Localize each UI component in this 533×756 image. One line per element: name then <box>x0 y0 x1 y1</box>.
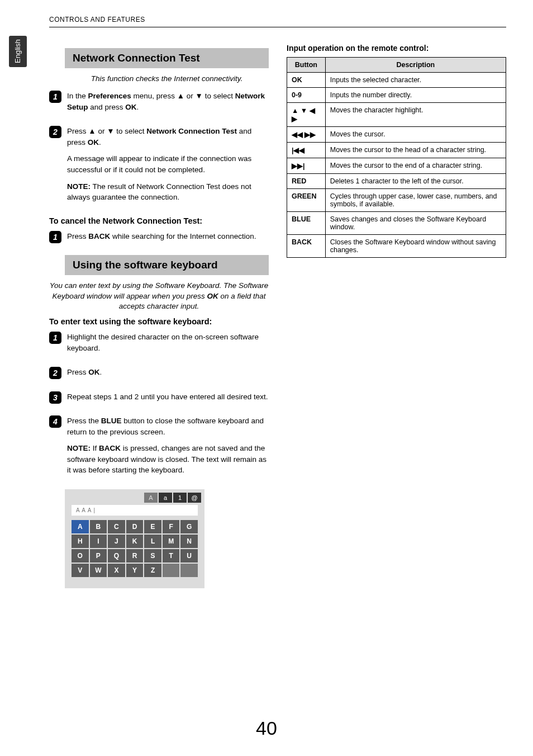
kb-key: A <box>72 520 89 533</box>
kb-key: X <box>108 564 125 577</box>
description-cell: Closes the Software Keyboard window with… <box>325 235 506 258</box>
kb-key <box>180 564 198 577</box>
down-arrow-icon: ▼ <box>107 127 114 135</box>
kb-mode-upper: A <box>144 493 158 503</box>
kb-key-grid: ABCDEFGHIJKLMNOPQRSTUVWXYZ <box>72 520 198 577</box>
table-row: BLUESaves changes and closes the Softwar… <box>287 212 506 235</box>
keyboard-intro: You can enter text by using the Software… <box>49 281 269 311</box>
kb-key: I <box>90 535 107 548</box>
kb-key: K <box>126 535 144 548</box>
step-body: Repeat steps 1 and 2 until you have ente… <box>67 391 269 408</box>
button-cell: GREEN <box>287 189 326 212</box>
cancel-step-1: 1 Press BACK while searching for the Int… <box>49 231 269 248</box>
network-step-1: 1 In the Preferences menu, press ▲ or ▼ … <box>49 91 269 118</box>
description-cell: Moves the cursor to the end of a charact… <box>325 158 506 174</box>
kb-key: J <box>108 535 125 548</box>
step-number-icon: 1 <box>49 231 61 243</box>
button-cell: ▲ ▼ ◀ ▶ <box>287 103 326 127</box>
step-number-icon: 4 <box>49 415 61 428</box>
kb-key: F <box>163 520 180 533</box>
kb-mode-num: 1 <box>173 493 187 503</box>
button-cell: BLUE <box>287 212 326 235</box>
button-cell: 0-9 <box>287 88 326 103</box>
kb-key <box>163 564 180 577</box>
description-cell: Inputs the number directly. <box>325 88 506 103</box>
kb-key: M <box>163 535 180 548</box>
kb-key: U <box>180 549 198 563</box>
description-cell: Saves changes and closes the Software Ke… <box>325 212 506 235</box>
step-body: Press OK. <box>67 367 269 384</box>
cancel-subhead: To cancel the Network Connection Test: <box>49 216 269 225</box>
step-number-icon: 1 <box>49 91 61 103</box>
kb-key: O <box>72 549 89 563</box>
kb-mode-lower: a <box>159 493 172 503</box>
language-tab: English <box>9 36 27 67</box>
table-row: |◀◀Moves the cursor to the head of a cha… <box>287 143 506 158</box>
table-row: 0-9Inputs the number directly. <box>287 88 506 103</box>
remote-control-table: Button Description OKInputs the selected… <box>287 57 506 258</box>
soft-step-4: 4 Press the BLUE button to close the sof… <box>49 415 269 481</box>
page-number: 40 <box>0 717 533 739</box>
step-body: In the Preferences menu, press ▲ or ▼ to… <box>67 91 269 118</box>
step-number-icon: 2 <box>49 126 61 138</box>
description-cell: Cycles through upper case, lower case, n… <box>325 189 506 212</box>
step-body: Press the BLUE button to close the softw… <box>67 415 269 481</box>
button-cell: ▶▶| <box>287 158 326 174</box>
step-body: Press BACK while searching for the Inter… <box>67 231 269 248</box>
up-arrow-icon: ▲ <box>177 92 184 100</box>
kb-key: Y <box>126 564 144 577</box>
table-header-button: Button <box>287 58 326 73</box>
kb-key: P <box>90 549 107 563</box>
kb-key: R <box>126 549 144 563</box>
kb-mode-sym: @ <box>188 493 201 503</box>
kb-key: V <box>72 564 89 577</box>
table-row: ▶▶|Moves the cursor to the end of a char… <box>287 158 506 174</box>
soft-step-2: 2 Press OK. <box>49 367 269 384</box>
step-body: Highlight the desired character on the o… <box>67 332 269 359</box>
kb-key: T <box>163 549 180 563</box>
step-number-icon: 3 <box>49 391 61 404</box>
network-intro: This function checks the Internet connec… <box>65 74 269 84</box>
section-title-network: Network Connection Test <box>65 48 269 68</box>
step-number-icon: 2 <box>49 367 61 379</box>
right-column: Input operation on the remote control: B… <box>287 44 506 588</box>
kb-key: W <box>90 564 107 577</box>
kb-key: H <box>72 535 89 548</box>
description-cell: Moves the character highlight. <box>325 103 506 127</box>
table-row: GREENCycles through upper case, lower ca… <box>287 189 506 212</box>
kb-key: G <box>180 520 198 533</box>
header-rule <box>49 27 506 27</box>
page-header: CONTROLS AND FEATURES <box>49 16 145 23</box>
section-title-keyboard: Using the software keyboard <box>65 255 269 275</box>
remote-subhead: Input operation on the remote control: <box>287 44 506 53</box>
table-row: OKInputs the selected character. <box>287 73 506 88</box>
description-cell: Moves the cursor to the head of a charac… <box>325 143 506 158</box>
kb-key: Q <box>108 549 125 563</box>
description-cell: Deletes 1 character to the left of the c… <box>325 174 506 189</box>
kb-key: E <box>144 520 161 533</box>
table-header-description: Description <box>325 58 506 73</box>
button-cell: BACK <box>287 235 326 258</box>
network-step-2: 2 Press ▲ or ▼ to select Network Connect… <box>49 126 269 208</box>
button-cell: RED <box>287 174 326 189</box>
kb-key: C <box>108 520 125 533</box>
table-row: ◀◀ ▶▶Moves the cursor. <box>287 127 506 143</box>
left-column: Network Connection Test This function ch… <box>49 44 269 588</box>
soft-step-3: 3 Repeat steps 1 and 2 until you have en… <box>49 391 269 408</box>
down-arrow-icon: ▼ <box>196 92 203 100</box>
up-arrow-icon: ▲ <box>88 127 96 135</box>
enter-text-subhead: To enter text using the software keyboar… <box>49 317 269 326</box>
kb-key: S <box>144 549 161 563</box>
kb-key: Z <box>144 564 161 577</box>
step-number-icon: 1 <box>49 332 61 344</box>
button-cell: ◀◀ ▶▶ <box>287 127 326 143</box>
button-cell: |◀◀ <box>287 143 326 158</box>
description-cell: Moves the cursor. <box>325 127 506 143</box>
soft-step-1: 1 Highlight the desired character on the… <box>49 332 269 359</box>
step-body: Press ▲ or ▼ to select Network Connectio… <box>67 126 269 208</box>
software-keyboard-figure: A a 1 @ A A A | ABCDEFGHIJKLMNOPQRSTUVWX… <box>65 489 204 588</box>
kb-key: B <box>90 520 107 533</box>
description-cell: Inputs the selected character. <box>325 73 506 88</box>
table-row: REDDeletes 1 character to the left of th… <box>287 174 506 189</box>
kb-text-field: A A A | <box>72 505 198 516</box>
